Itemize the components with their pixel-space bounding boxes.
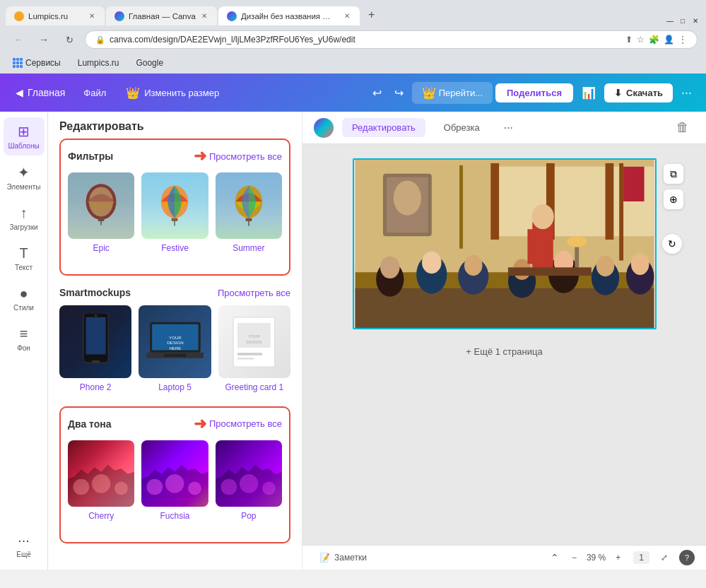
maximize-button[interactable]: □ bbox=[678, 16, 688, 25]
tab-canva-design[interactable]: Дизайн без названия — 1024 ✕ bbox=[218, 6, 360, 25]
bookmark-apps[interactable]: Сервисы bbox=[8, 57, 65, 69]
sidebar-item-more[interactable]: ··· Ещё bbox=[4, 527, 45, 564]
balloon-epic-svg bbox=[78, 182, 124, 229]
undo-redo-controls: ↩ ↪ bbox=[367, 82, 409, 104]
home-label: Главная bbox=[28, 87, 65, 98]
star-icon[interactable]: ☆ bbox=[637, 35, 645, 45]
svg-rect-2 bbox=[98, 218, 105, 221]
extensions-icon[interactable]: 🧩 bbox=[649, 35, 659, 45]
sidebar-item-background[interactable]: ≡ Фон bbox=[4, 320, 45, 358]
resize-button[interactable]: 👑 Изменить размер bbox=[117, 82, 228, 104]
mockup-item-phone[interactable]: Phone 2 bbox=[59, 305, 131, 392]
tab-favicon-canva-design bbox=[227, 11, 237, 21]
mockup-item-laptop[interactable]: YOUR DESIGN HERE Laptop 5 bbox=[139, 305, 211, 392]
add-canvas-button[interactable]: ⊕ bbox=[664, 189, 683, 209]
duotone-label-fuchsia: Fuchsia bbox=[160, 511, 189, 521]
tab-lumpics[interactable]: Lumpics.ru ✕ bbox=[6, 6, 105, 25]
duotone-arrow-icon: ➜ bbox=[194, 415, 206, 433]
analytics-icon[interactable]: 📊 bbox=[576, 82, 601, 104]
redo-button[interactable]: ↪ bbox=[389, 82, 409, 104]
sidebar-item-templates[interactable]: ⊞ Шаблоны bbox=[4, 117, 45, 155]
new-tab-button[interactable]: + bbox=[361, 4, 382, 25]
help-button[interactable]: ? bbox=[679, 550, 695, 565]
add-page-button[interactable]: + Ещё 1 страница bbox=[454, 341, 553, 363]
bookmark-lumpics[interactable]: Lumpics.ru bbox=[73, 57, 124, 69]
crown-icon: 👑 bbox=[126, 86, 140, 100]
tab-close-lumpics[interactable]: ✕ bbox=[88, 11, 96, 21]
duotone-item-fuchsia[interactable]: Fuchsia bbox=[141, 440, 208, 521]
duotone-item-pop[interactable]: Pop bbox=[216, 440, 282, 521]
mockup-laptop-img: YOUR DESIGN HERE bbox=[139, 305, 211, 377]
duotone-item-cherry[interactable]: Cherry bbox=[68, 440, 134, 521]
forward-nav-button[interactable]: → bbox=[34, 30, 54, 49]
balloon-summer-img bbox=[216, 172, 282, 239]
smartmockups-section: Smartmockups Просмотреть все bbox=[59, 287, 290, 392]
filter-item-summer[interactable]: Summer bbox=[216, 172, 282, 253]
svg-point-35 bbox=[262, 481, 276, 495]
delete-button[interactable]: 🗑 bbox=[671, 117, 695, 138]
smartmockups-view-all-label: Просмотреть все bbox=[218, 288, 290, 298]
duotone-fuchsia-img bbox=[141, 440, 208, 507]
refresh-button[interactable]: ↻ bbox=[59, 30, 79, 49]
duotone-view-all[interactable]: ➜ Просмотреть все bbox=[194, 415, 282, 433]
canvas-image[interactable] bbox=[353, 158, 657, 329]
fuchsia-overlay-svg bbox=[141, 440, 208, 507]
rotate-button[interactable]: ↻ bbox=[662, 234, 682, 254]
filter-item-festive[interactable]: Festive bbox=[141, 172, 208, 253]
share-url-icon[interactable]: ⬆ bbox=[625, 35, 633, 45]
svg-point-62 bbox=[596, 256, 614, 276]
goto-button[interactable]: 👑 Перейти... bbox=[412, 82, 493, 104]
smartmockups-view-all[interactable]: Просмотреть все bbox=[218, 288, 290, 298]
panel-header: Редактировать bbox=[48, 112, 302, 139]
undo-button[interactable]: ↩ bbox=[367, 82, 387, 104]
copy-button[interactable]: ⧉ bbox=[664, 164, 683, 184]
canvas-scroll[interactable]: ⧉ ⊕ ↻ bbox=[302, 144, 706, 545]
tab-close-canva-design[interactable]: ✕ bbox=[343, 11, 351, 21]
crop-mode-button[interactable]: Обрезка bbox=[434, 118, 490, 137]
close-button[interactable]: ✕ bbox=[690, 16, 700, 25]
filter-thumbnail-summer bbox=[216, 172, 282, 239]
download-button[interactable]: ⬇ Скачать bbox=[604, 83, 673, 102]
url-bar[interactable]: 🔒 canva.com/design/DAE2EVwjn_l/ljLMe3Pzf… bbox=[85, 30, 698, 49]
svg-rect-12 bbox=[91, 360, 100, 363]
duotone-section-header: Два тона ➜ Просмотреть все bbox=[68, 415, 282, 433]
sidebar-item-styles[interactable]: ● Стили bbox=[4, 280, 45, 317]
smartmockups-title: Smartmockups bbox=[59, 287, 131, 298]
mockup-item-greeting[interactable]: YOUR DESIGN Greeting card 1 bbox=[218, 305, 290, 392]
panel-title: Редактировать bbox=[59, 120, 144, 132]
canvas-more-button[interactable]: ··· bbox=[498, 119, 519, 137]
sidebar-item-uploads[interactable]: ↑ Загрузки bbox=[4, 199, 45, 237]
more-options-button[interactable]: ··· bbox=[676, 81, 698, 105]
panel-scroll-area[interactable]: Фильтры ➜ Просмотреть все bbox=[48, 139, 302, 570]
sidebar-item-text[interactable]: T Текст bbox=[4, 240, 45, 277]
apps-icon bbox=[13, 58, 23, 68]
file-button[interactable]: Файл bbox=[75, 83, 114, 102]
text-icon: T bbox=[19, 245, 28, 261]
edit-mode-button[interactable]: Редактировать bbox=[342, 118, 425, 137]
sidebar-item-elements[interactable]: ✦ Элементы bbox=[4, 158, 45, 196]
share-button[interactable]: Поделиться bbox=[495, 83, 573, 102]
filter-item-epic[interactable]: Epic bbox=[68, 172, 134, 253]
filters-view-all[interactable]: ➜ Просмотреть все bbox=[194, 147, 282, 165]
zoom-chevron-up[interactable]: ⌃ bbox=[551, 552, 559, 563]
home-back-button[interactable]: ◀ Главная bbox=[8, 83, 72, 102]
browser-more-icon[interactable]: ⋮ bbox=[678, 35, 687, 45]
back-nav-button[interactable]: ← bbox=[8, 30, 28, 49]
notes-button[interactable]: 📝 Заметки bbox=[314, 550, 372, 565]
duotone-label-pop: Pop bbox=[241, 511, 256, 521]
tab-close-canva-home[interactable]: ✕ bbox=[200, 11, 208, 21]
zoom-out-button[interactable]: − bbox=[567, 551, 581, 564]
zoom-in-button[interactable]: + bbox=[611, 551, 625, 564]
balloon-summer-svg bbox=[225, 182, 272, 229]
bookmark-google[interactable]: Google bbox=[131, 57, 167, 69]
tab-favicon-canva-home bbox=[114, 11, 124, 21]
canvas-area: Редактировать Обрезка ··· 🗑 ⧉ ⊕ bbox=[302, 112, 706, 570]
minimize-button[interactable]: — bbox=[665, 16, 675, 25]
duotone-thumbnail-fuchsia bbox=[141, 440, 208, 507]
filter-label-epic: Epic bbox=[93, 243, 109, 253]
profile-icon[interactable]: 👤 bbox=[664, 35, 674, 45]
tab-canva-home[interactable]: Главная — Canva ✕ bbox=[106, 6, 217, 25]
balloon-epic-img bbox=[68, 172, 134, 239]
fullscreen-button[interactable]: ⤢ bbox=[658, 550, 671, 565]
background-label: Фон bbox=[17, 344, 30, 352]
